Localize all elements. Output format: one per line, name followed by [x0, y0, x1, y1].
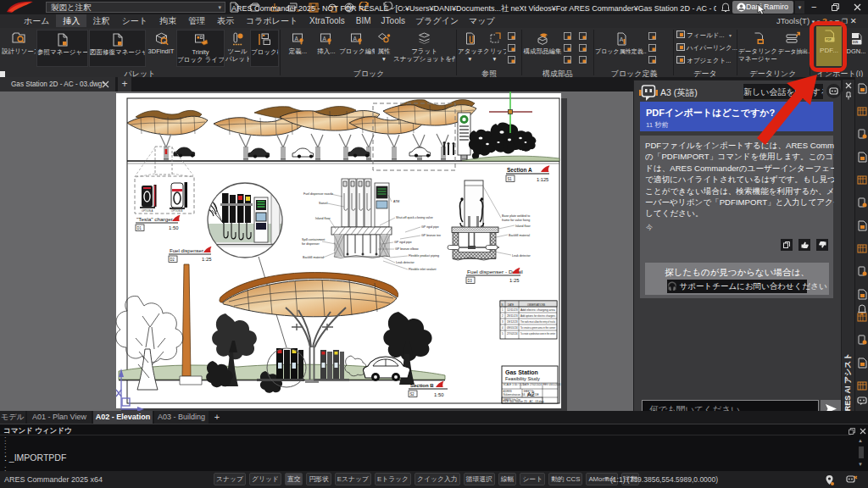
svg-text:A2: A2: [527, 391, 535, 397]
svg-text:1:50: 1:50: [169, 225, 178, 230]
svg-text:FILE Gas Station 2D - AC - 03.: FILE Gas Station 2D - AC - 03.dwg: [504, 400, 544, 403]
svg-text:for dispenser: for dispenser: [302, 242, 320, 246]
svg-text:D2: D2: [170, 257, 175, 262]
svg-text:A: A: [323, 36, 327, 42]
svg-text:To create a pedestrian zone in: To create a pedestrian zone in the cente…: [520, 332, 555, 336]
svg-text:Spill containment: Spill containment: [302, 238, 325, 241]
svg-text:Add electric charging area: Add electric charging area: [520, 308, 555, 312]
svg-text:Feasibility Study: Feasibility Study: [505, 377, 541, 381]
svg-text:1:25: 1:25: [202, 257, 211, 262]
svg-text:GP bronze tee: GP bronze tee: [421, 234, 441, 237]
svg-text:Gas Station: Gas Station: [505, 369, 538, 375]
svg-text:19/12/23: 19/12/23: [507, 320, 518, 324]
svg-text:D1: D1: [137, 225, 142, 230]
svg-text:09/01/24: 09/01/24: [507, 326, 518, 330]
svg-text:A: A: [353, 36, 358, 42]
svg-text:OBSERVATIONS: OBSERVATIONS: [527, 303, 546, 307]
svg-text:DATE: DATE: [508, 303, 515, 307]
svg-text:27/02/24: 27/02/24: [507, 332, 518, 336]
svg-text:GP bronze elbow: GP bronze elbow: [395, 247, 419, 251]
svg-text:1:50: 1:50: [434, 392, 443, 397]
svg-text:Backfill material: Backfill material: [509, 234, 530, 237]
svg-text:Section B: Section B: [410, 383, 434, 388]
svg-text:Add options for electric charg: Add options for electric chargers: [520, 314, 555, 318]
svg-text:Leak detector: Leak detector: [512, 254, 531, 258]
svg-text:S2: S2: [410, 391, 415, 396]
svg-text:Backfill material: Backfill material: [303, 256, 324, 259]
svg-text:Section A: Section A: [507, 167, 532, 173]
svg-text:Leak detector: Leak detector: [396, 261, 415, 264]
svg-text:28/11/23: 28/11/23: [507, 314, 518, 318]
svg-text:Fuel dispenser nozzle: Fuel dispenser nozzle: [303, 192, 333, 196]
svg-text:A: A: [294, 36, 298, 42]
svg-text:1:125: 1:125: [537, 177, 548, 182]
svg-text:Shut-off quick-closing valve: Shut-off quick-closing valve: [396, 216, 433, 219]
svg-text:Fuel dispenser: Fuel dispenser: [170, 248, 203, 253]
svg-text:Island floor: Island floor: [315, 217, 331, 220]
svg-text:OPTION A: OPTION A: [142, 209, 153, 213]
svg-text:Swivel: Swivel: [319, 202, 328, 205]
svg-text:SCALE 1:50 / 1:25: SCALE 1:50 / 1:25: [504, 383, 525, 386]
svg-text:S1: S1: [508, 176, 512, 181]
svg-text:frame for valve fixing: frame for valve fixing: [502, 219, 530, 222]
svg-text:GP rigid pipe: GP rigid pipe: [394, 241, 412, 244]
svg-text:REV 03/01/2024: REV 03/01/2024: [543, 383, 561, 386]
svg-text:ATM: ATM: [393, 200, 399, 203]
svg-text:OPTION B: OPTION B: [171, 209, 182, 213]
svg-text:D3: D3: [468, 278, 472, 283]
svg-text:A: A: [619, 36, 623, 42]
svg-text:DATE 27/02/2024: DATE 27/02/2024: [523, 383, 542, 386]
svg-text:To create a green area in the: To create a green area in the corner: [520, 326, 555, 330]
svg-text:12/11/23: 12/11/23: [507, 308, 518, 312]
svg-text:The roofs must allow the entry: The roofs must allow the entry of trucks: [520, 320, 555, 324]
svg-text:1:25: 1:25: [509, 278, 519, 283]
svg-text:Base plate welded to: Base plate welded to: [502, 214, 530, 218]
svg-text:Island floor: Island floor: [515, 225, 531, 228]
svg-text:Flexible product piping: Flexible product piping: [409, 254, 439, 258]
svg-text:Flexible inlet sealant: Flexible inlet sealant: [409, 268, 437, 271]
svg-text:GP rigid pipe: GP rigid pipe: [421, 225, 439, 229]
svg-text:DGN: DGN: [852, 40, 857, 44]
svg-text:"Tesla" charger: "Tesla" charger: [136, 217, 173, 222]
